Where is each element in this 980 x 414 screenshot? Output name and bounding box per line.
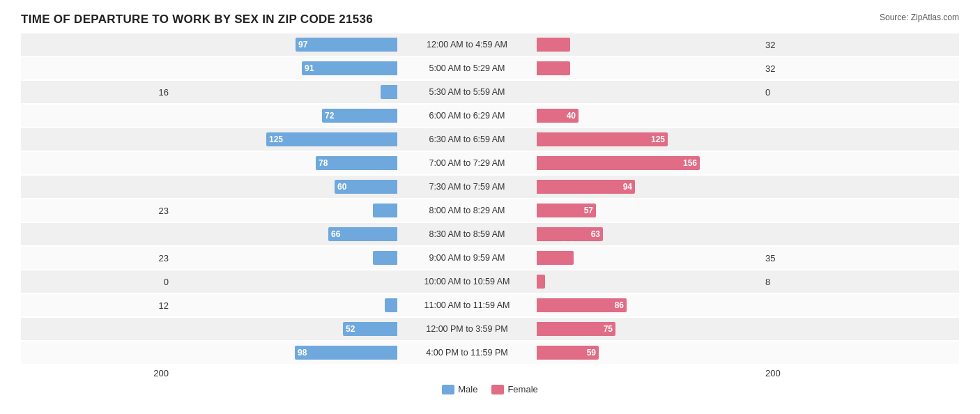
female-bar (537, 251, 574, 265)
male-value: 16 (21, 87, 174, 98)
male-bar: 52 (343, 322, 397, 336)
female-bar: 75 (537, 322, 615, 336)
axis-row: 200 200 (21, 368, 959, 378)
legend-female: Female (491, 384, 537, 394)
male-bar: 98 (295, 346, 397, 360)
time-range-label: 12:00 PM to 3:59 PM (397, 324, 537, 334)
male-bar: 97 (296, 38, 397, 52)
female-bar: 63 (537, 227, 603, 241)
header-row: TIME OF DEPARTURE TO WORK BY SEX IN ZIP … (21, 13, 959, 29)
female-value: 8 (760, 277, 913, 287)
male-bar (385, 298, 397, 312)
male-value: 12 (21, 300, 174, 311)
female-bar: 57 (537, 204, 596, 217)
chart-container: TIME OF DEPARTURE TO WORK BY SEX IN ZIP … (0, 0, 980, 414)
female-bar: 94 (537, 180, 635, 194)
chart-area: 9712:00 AM to 4:59 AM32915:00 AM to 5:29… (21, 33, 959, 364)
female-legend-box (491, 385, 504, 394)
male-bar-area (174, 85, 397, 99)
chart-row: 787:00 AM to 7:29 AM156 (21, 152, 959, 174)
chart-row: 010:00 AM to 10:59 AM8 (21, 270, 959, 293)
time-range-label: 12:00 AM to 4:59 AM (397, 40, 537, 49)
axis-right-label: 200 (760, 368, 913, 378)
time-range-label: 7:30 AM to 7:59 AM (397, 182, 537, 192)
chart-row: 9712:00 AM to 4:59 AM32 (21, 33, 959, 56)
female-bar-area (537, 251, 760, 265)
female-value: 0 (760, 87, 913, 98)
female-bar (537, 38, 570, 52)
male-bar: 91 (302, 61, 397, 75)
female-bar-area: 86 (537, 298, 760, 312)
chart-row: 238:00 AM to 8:29 AM57 (21, 199, 959, 222)
chart-row: 1256:30 AM to 6:59 AM125 (21, 128, 959, 151)
female-value: 32 (760, 40, 913, 50)
female-bar: 40 (537, 109, 579, 123)
male-bar: 125 (266, 132, 397, 146)
male-bar-area: 66 (174, 227, 397, 241)
female-bar-area: 57 (537, 204, 760, 217)
chart-row: 607:30 AM to 7:59 AM94 (21, 176, 959, 198)
male-bar-area: 125 (174, 132, 397, 146)
female-value: 32 (760, 63, 913, 74)
chart-row: 668:30 AM to 8:59 AM63 (21, 223, 959, 245)
male-bar (373, 204, 397, 217)
male-bar: 72 (322, 109, 397, 123)
time-range-label: 6:30 AM to 6:59 AM (397, 135, 537, 144)
chart-row: 165:30 AM to 5:59 AM0 (21, 81, 959, 103)
time-range-label: 8:00 AM to 8:29 AM (397, 206, 537, 215)
female-bar-area: 63 (537, 227, 760, 241)
female-bar: 86 (537, 298, 627, 312)
time-range-label: 5:30 AM to 5:59 AM (397, 87, 537, 97)
chart-row: 726:00 AM to 6:29 AM40 (21, 105, 959, 127)
female-bar: 125 (537, 132, 668, 146)
chart-row: 915:00 AM to 5:29 AM32 (21, 57, 959, 79)
source-text: Source: ZipAtlas.com (880, 13, 959, 22)
female-bar-area (537, 61, 760, 75)
time-range-label: 11:00 AM to 11:59 AM (397, 300, 537, 310)
female-legend-label: Female (507, 384, 537, 394)
female-bar (537, 275, 545, 289)
male-bar-area: 97 (174, 38, 397, 52)
female-bar-area: 94 (537, 180, 760, 194)
male-value: 23 (21, 206, 174, 216)
male-bar-area: 98 (174, 346, 397, 360)
male-bar: 60 (335, 180, 397, 194)
female-bar: 59 (537, 346, 599, 360)
time-range-label: 7:00 AM to 7:29 AM (397, 158, 537, 168)
male-bar-area (174, 298, 397, 312)
male-legend-box (442, 385, 454, 394)
male-bar: 66 (328, 227, 397, 241)
male-bar-area: 78 (174, 156, 397, 170)
time-range-label: 10:00 AM to 10:59 AM (397, 277, 537, 286)
male-legend-label: Male (458, 384, 477, 394)
male-bar: 78 (316, 156, 397, 170)
female-bar: 156 (537, 156, 700, 170)
male-bar-area: 72 (174, 109, 397, 123)
chart-row: 1211:00 AM to 11:59 AM86 (21, 294, 959, 316)
male-bar-area: 60 (174, 180, 397, 194)
time-range-label: 5:00 AM to 5:29 AM (397, 63, 537, 73)
male-bar-area: 52 (174, 322, 397, 336)
legend-male: Male (442, 384, 477, 394)
male-bar-area (174, 204, 397, 217)
male-bar (373, 251, 397, 265)
female-bar-area (537, 38, 760, 52)
female-bar-area: 40 (537, 109, 760, 123)
chart-row: 239:00 AM to 9:59 AM35 (21, 247, 959, 269)
female-bar-area: 156 (537, 156, 760, 170)
time-range-label: 6:00 AM to 6:29 AM (397, 111, 537, 121)
legend: Male Female (21, 384, 959, 394)
time-range-label: 4:00 PM to 11:59 PM (397, 348, 537, 358)
male-bar-area (174, 275, 397, 289)
female-bar-area: 75 (537, 322, 760, 336)
male-bar-area (174, 251, 397, 265)
male-value: 0 (21, 277, 174, 287)
time-range-label: 8:30 AM to 8:59 AM (397, 229, 537, 239)
axis-left-label: 200 (21, 368, 174, 378)
chart-row: 5212:00 PM to 3:59 PM75 (21, 318, 959, 340)
chart-row: 984:00 PM to 11:59 PM59 (21, 342, 959, 364)
female-bar-area: 125 (537, 132, 760, 146)
female-bar-area (537, 275, 760, 289)
female-bar (537, 61, 570, 75)
female-value: 35 (760, 253, 913, 263)
